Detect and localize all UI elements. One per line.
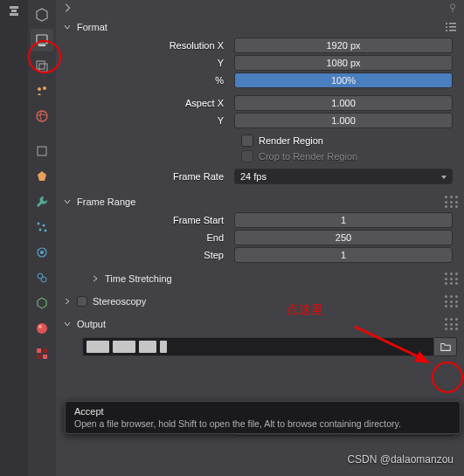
format-title: Format: [77, 22, 440, 32]
frame-start-field[interactable]: 1: [234, 212, 453, 228]
svg-point-14: [45, 230, 47, 232]
svg-rect-22: [43, 348, 47, 353]
format-section-header[interactable]: Format: [56, 17, 464, 37]
svg-rect-4: [38, 45, 45, 46]
frame-rate-dropdown[interactable]: 24 fps: [234, 169, 453, 184]
options-icon[interactable]: [445, 295, 457, 307]
svg-rect-30: [449, 26, 456, 28]
object-tab-icon[interactable]: [31, 140, 53, 162]
tooltip-desc: Open a file browser, hold Shift to open …: [74, 418, 451, 429]
svg-rect-3: [37, 35, 47, 44]
chevron-right-icon: [63, 297, 72, 306]
svg-point-7: [38, 87, 41, 91]
time-stretching-header[interactable]: Time Stretching: [56, 269, 464, 288]
tool-icon[interactable]: [3, 2, 24, 23]
svg-point-25: [450, 4, 454, 9]
left-toolbar: [0, 0, 28, 476]
frame-range-section-header[interactable]: Frame Range: [56, 192, 464, 211]
texture-tab-icon[interactable]: [31, 342, 53, 365]
svg-point-31: [446, 30, 447, 31]
output-path-field[interactable]: [82, 337, 434, 356]
properties-tabs: [28, 0, 56, 476]
svg-rect-10: [38, 147, 46, 155]
pct-label: %: [56, 75, 231, 86]
scene-tab-icon[interactable]: [31, 79, 53, 102]
render-region-checkbox[interactable]: [241, 135, 253, 147]
frame-range-title: Frame Range: [77, 197, 440, 207]
particles-tab-icon[interactable]: [31, 216, 53, 238]
folder-icon: [440, 341, 452, 353]
stereoscopy-section-header[interactable]: Stereoscopy: [56, 292, 464, 311]
frame-step-field[interactable]: 1: [234, 247, 453, 263]
res-x-label: Resolution X: [56, 40, 231, 51]
svg-point-19: [37, 323, 47, 334]
svg-point-16: [40, 251, 44, 254]
wrench-tab-icon[interactable]: [31, 190, 53, 213]
options-icon[interactable]: [445, 272, 457, 285]
chevron-down-icon: [63, 197, 72, 206]
svg-point-13: [39, 229, 42, 231]
render-region-label: Render Region: [259, 135, 323, 146]
svg-point-11: [38, 223, 40, 225]
crop-region-label: Crop to Render Region: [259, 151, 357, 162]
svg-rect-24: [43, 355, 47, 359]
stereoscopy-title: Stereoscopy: [93, 296, 440, 307]
aspect-x-label: Aspect X: [56, 98, 231, 108]
frame-end-field[interactable]: 250: [234, 230, 453, 245]
chevron-down-icon: [63, 320, 72, 328]
frame-step-label: Step: [56, 250, 231, 260]
svg-rect-1: [11, 10, 17, 12]
svg-rect-0: [10, 6, 18, 9]
list-options-icon[interactable]: [445, 21, 457, 33]
frame-start-label: Frame Start: [56, 215, 231, 225]
material-tab-icon[interactable]: [31, 317, 53, 340]
options-icon[interactable]: [445, 196, 457, 208]
svg-rect-23: [37, 355, 41, 359]
panel-header: [56, 0, 464, 16]
frame-rate-label: Frame Rate: [56, 171, 231, 182]
tooltip: Accept Open a file browser, hold Shift t…: [65, 401, 461, 434]
pct-field[interactable]: 100%: [234, 72, 453, 88]
aspect-y-label: Y: [56, 115, 231, 126]
crop-region-checkbox[interactable]: [241, 150, 253, 162]
svg-point-29: [446, 26, 447, 28]
tool-tab-icon[interactable]: [31, 3, 53, 26]
modifier-tab-icon[interactable]: [31, 165, 53, 188]
stereoscopy-checkbox[interactable]: [77, 296, 87, 307]
svg-point-12: [43, 224, 45, 227]
frame-end-label: End: [56, 232, 231, 243]
output-tab-icon[interactable]: [31, 29, 53, 52]
res-y-label: Y: [56, 58, 231, 68]
res-y-field[interactable]: 1080 px: [234, 55, 453, 71]
pin-icon[interactable]: [447, 2, 459, 14]
time-stretching-title: Time Stretching: [105, 273, 172, 284]
back-icon[interactable]: [61, 2, 73, 14]
output-title: Output: [77, 319, 440, 329]
output-section-header[interactable]: Output: [56, 314, 464, 334]
physics-tab-icon[interactable]: [31, 241, 53, 264]
browse-folder-button[interactable]: [434, 337, 457, 356]
svg-rect-28: [449, 23, 456, 24]
view-layer-tab-icon[interactable]: [31, 54, 53, 77]
aspect-y-field[interactable]: 1.000: [234, 113, 453, 128]
svg-rect-5: [37, 61, 45, 69]
svg-rect-2: [10, 13, 18, 16]
svg-rect-32: [449, 30, 456, 31]
chevron-down-icon: [63, 23, 72, 31]
svg-rect-21: [37, 348, 41, 353]
aspect-x-field[interactable]: 1.000: [234, 95, 453, 111]
constraint-tab-icon[interactable]: [31, 266, 53, 289]
svg-point-18: [41, 277, 46, 282]
tooltip-title: Accept: [74, 406, 451, 417]
chevron-right-icon: [91, 274, 100, 283]
svg-rect-6: [39, 64, 47, 72]
res-x-field[interactable]: 1920 px: [234, 38, 453, 53]
data-tab-icon[interactable]: [31, 292, 53, 314]
svg-point-8: [43, 86, 46, 90]
svg-point-20: [38, 325, 42, 328]
world-tab-icon[interactable]: [31, 105, 53, 128]
svg-point-27: [446, 23, 447, 24]
options-icon[interactable]: [445, 318, 457, 330]
svg-point-9: [37, 111, 47, 121]
